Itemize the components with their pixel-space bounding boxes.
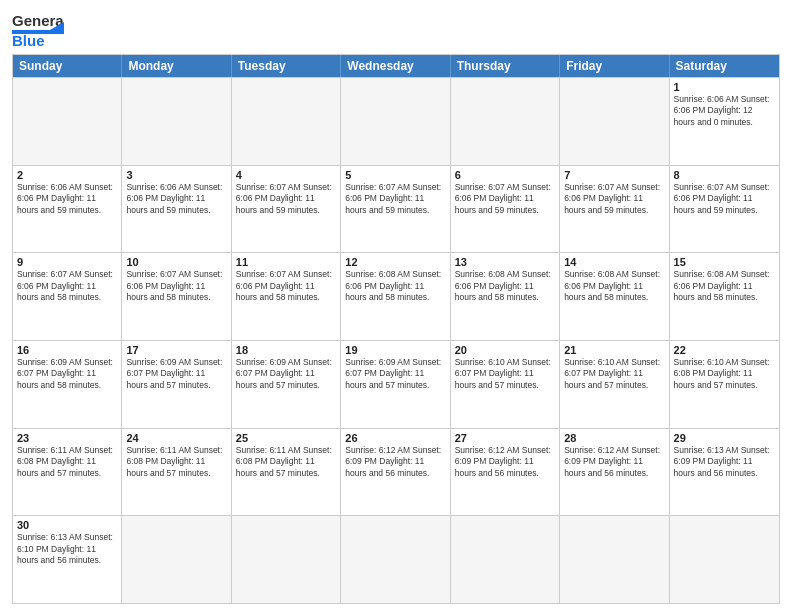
day-number: 16 (17, 344, 117, 356)
day-number: 27 (455, 432, 555, 444)
day-info: Sunrise: 6:11 AM Sunset: 6:08 PM Dayligh… (126, 445, 226, 479)
day-info: Sunrise: 6:09 AM Sunset: 6:07 PM Dayligh… (126, 357, 226, 391)
week-row: 2Sunrise: 6:06 AM Sunset: 6:06 PM Daylig… (13, 165, 779, 253)
day-cell: 18Sunrise: 6:09 AM Sunset: 6:07 PM Dayli… (232, 341, 341, 428)
day-info: Sunrise: 6:08 AM Sunset: 6:06 PM Dayligh… (345, 269, 445, 303)
day-number: 12 (345, 256, 445, 268)
calendar: SundayMondayTuesdayWednesdayThursdayFrid… (12, 54, 780, 604)
day-cell (560, 516, 669, 603)
day-number: 4 (236, 169, 336, 181)
day-info: Sunrise: 6:07 AM Sunset: 6:06 PM Dayligh… (455, 182, 555, 216)
day-info: Sunrise: 6:07 AM Sunset: 6:06 PM Dayligh… (17, 269, 117, 303)
day-cell (341, 516, 450, 603)
day-cell: 17Sunrise: 6:09 AM Sunset: 6:07 PM Dayli… (122, 341, 231, 428)
day-cell: 8Sunrise: 6:07 AM Sunset: 6:06 PM Daylig… (670, 166, 779, 253)
day-number: 17 (126, 344, 226, 356)
svg-text:General: General (12, 12, 64, 29)
header: General Blue (12, 10, 780, 48)
week-row: 30Sunrise: 6:13 AM Sunset: 6:10 PM Dayli… (13, 515, 779, 603)
week-row: 23Sunrise: 6:11 AM Sunset: 6:08 PM Dayli… (13, 428, 779, 516)
day-number: 29 (674, 432, 775, 444)
day-headers: SundayMondayTuesdayWednesdayThursdayFrid… (13, 55, 779, 77)
day-number: 2 (17, 169, 117, 181)
day-cell: 13Sunrise: 6:08 AM Sunset: 6:06 PM Dayli… (451, 253, 560, 340)
week-row: 1Sunrise: 6:06 AM Sunset: 6:06 PM Daylig… (13, 77, 779, 165)
day-number: 3 (126, 169, 226, 181)
day-cell (232, 516, 341, 603)
day-info: Sunrise: 6:07 AM Sunset: 6:06 PM Dayligh… (126, 269, 226, 303)
day-header: Wednesday (341, 55, 450, 77)
day-number: 5 (345, 169, 445, 181)
day-info: Sunrise: 6:12 AM Sunset: 6:09 PM Dayligh… (345, 445, 445, 479)
day-number: 30 (17, 519, 117, 531)
day-number: 26 (345, 432, 445, 444)
day-header: Sunday (13, 55, 122, 77)
day-cell: 19Sunrise: 6:09 AM Sunset: 6:07 PM Dayli… (341, 341, 450, 428)
day-info: Sunrise: 6:07 AM Sunset: 6:06 PM Dayligh… (564, 182, 664, 216)
day-number: 8 (674, 169, 775, 181)
day-cell: 6Sunrise: 6:07 AM Sunset: 6:06 PM Daylig… (451, 166, 560, 253)
week-row: 16Sunrise: 6:09 AM Sunset: 6:07 PM Dayli… (13, 340, 779, 428)
day-cell (451, 78, 560, 165)
day-cell: 7Sunrise: 6:07 AM Sunset: 6:06 PM Daylig… (560, 166, 669, 253)
day-header: Friday (560, 55, 669, 77)
day-cell: 29Sunrise: 6:13 AM Sunset: 6:09 PM Dayli… (670, 429, 779, 516)
day-number: 11 (236, 256, 336, 268)
day-info: Sunrise: 6:09 AM Sunset: 6:07 PM Dayligh… (17, 357, 117, 391)
day-cell (670, 516, 779, 603)
day-number: 13 (455, 256, 555, 268)
day-info: Sunrise: 6:07 AM Sunset: 6:06 PM Dayligh… (345, 182, 445, 216)
day-number: 1 (674, 81, 775, 93)
day-number: 28 (564, 432, 664, 444)
calendar-body: 1Sunrise: 6:06 AM Sunset: 6:06 PM Daylig… (13, 77, 779, 603)
day-cell: 5Sunrise: 6:07 AM Sunset: 6:06 PM Daylig… (341, 166, 450, 253)
day-cell (341, 78, 450, 165)
day-cell: 27Sunrise: 6:12 AM Sunset: 6:09 PM Dayli… (451, 429, 560, 516)
day-cell (232, 78, 341, 165)
day-info: Sunrise: 6:10 AM Sunset: 6:07 PM Dayligh… (564, 357, 664, 391)
day-number: 25 (236, 432, 336, 444)
day-number: 19 (345, 344, 445, 356)
day-cell: 26Sunrise: 6:12 AM Sunset: 6:09 PM Dayli… (341, 429, 450, 516)
day-info: Sunrise: 6:06 AM Sunset: 6:06 PM Dayligh… (126, 182, 226, 216)
day-number: 24 (126, 432, 226, 444)
day-cell: 4Sunrise: 6:07 AM Sunset: 6:06 PM Daylig… (232, 166, 341, 253)
day-info: Sunrise: 6:06 AM Sunset: 6:06 PM Dayligh… (674, 94, 775, 128)
day-cell: 30Sunrise: 6:13 AM Sunset: 6:10 PM Dayli… (13, 516, 122, 603)
day-number: 9 (17, 256, 117, 268)
day-cell (560, 78, 669, 165)
day-cell (122, 78, 231, 165)
day-cell (122, 516, 231, 603)
day-info: Sunrise: 6:10 AM Sunset: 6:08 PM Dayligh… (674, 357, 775, 391)
day-number: 14 (564, 256, 664, 268)
day-number: 18 (236, 344, 336, 356)
day-number: 6 (455, 169, 555, 181)
day-cell: 3Sunrise: 6:06 AM Sunset: 6:06 PM Daylig… (122, 166, 231, 253)
day-cell: 10Sunrise: 6:07 AM Sunset: 6:06 PM Dayli… (122, 253, 231, 340)
day-number: 10 (126, 256, 226, 268)
day-info: Sunrise: 6:11 AM Sunset: 6:08 PM Dayligh… (17, 445, 117, 479)
logo-icon: General Blue (12, 10, 64, 48)
day-info: Sunrise: 6:08 AM Sunset: 6:06 PM Dayligh… (674, 269, 775, 303)
day-number: 22 (674, 344, 775, 356)
day-number: 21 (564, 344, 664, 356)
svg-text:Blue: Blue (12, 32, 45, 48)
week-row: 9Sunrise: 6:07 AM Sunset: 6:06 PM Daylig… (13, 252, 779, 340)
day-cell: 16Sunrise: 6:09 AM Sunset: 6:07 PM Dayli… (13, 341, 122, 428)
day-cell: 20Sunrise: 6:10 AM Sunset: 6:07 PM Dayli… (451, 341, 560, 428)
day-info: Sunrise: 6:07 AM Sunset: 6:06 PM Dayligh… (674, 182, 775, 216)
day-header: Monday (122, 55, 231, 77)
day-number: 15 (674, 256, 775, 268)
day-cell (451, 516, 560, 603)
day-number: 23 (17, 432, 117, 444)
day-header: Saturday (670, 55, 779, 77)
page: General Blue SundayMondayTuesdayWedn (0, 0, 792, 612)
day-info: Sunrise: 6:09 AM Sunset: 6:07 PM Dayligh… (236, 357, 336, 391)
day-info: Sunrise: 6:06 AM Sunset: 6:06 PM Dayligh… (17, 182, 117, 216)
day-info: Sunrise: 6:12 AM Sunset: 6:09 PM Dayligh… (455, 445, 555, 479)
day-info: Sunrise: 6:10 AM Sunset: 6:07 PM Dayligh… (455, 357, 555, 391)
day-cell: 21Sunrise: 6:10 AM Sunset: 6:07 PM Dayli… (560, 341, 669, 428)
day-cell: 22Sunrise: 6:10 AM Sunset: 6:08 PM Dayli… (670, 341, 779, 428)
day-info: Sunrise: 6:08 AM Sunset: 6:06 PM Dayligh… (455, 269, 555, 303)
day-header: Thursday (451, 55, 560, 77)
